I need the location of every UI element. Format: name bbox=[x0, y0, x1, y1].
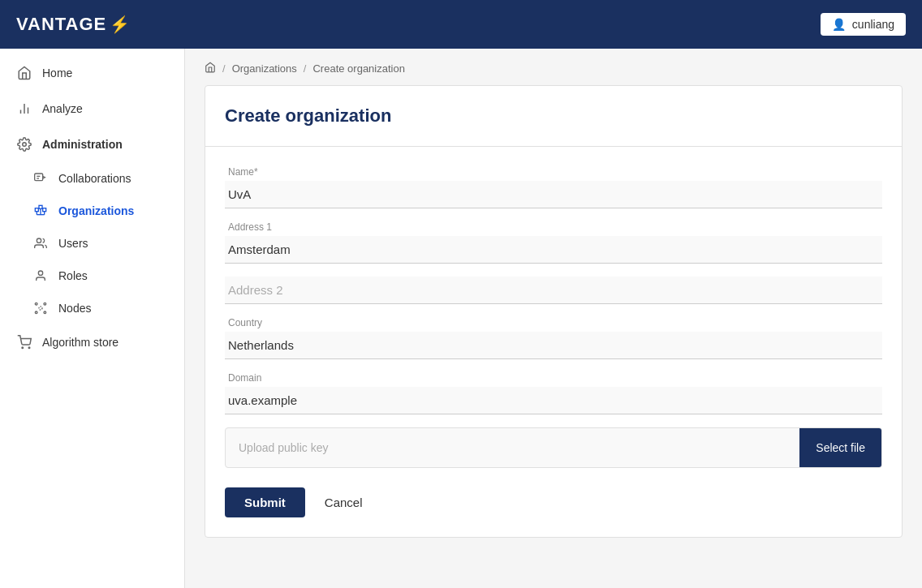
sidebar-item-label: Users bbox=[58, 237, 88, 250]
country-field: Country bbox=[225, 317, 882, 359]
content-area: / Organizations / Create organization Cr… bbox=[185, 49, 922, 588]
svg-point-15 bbox=[35, 303, 37, 305]
user-menu[interactable]: 👤 cunliang bbox=[821, 13, 906, 36]
select-file-button[interactable]: Select file bbox=[799, 428, 881, 467]
svg-point-20 bbox=[28, 347, 30, 349]
navbar: VANTAGE ⚡ 👤 cunliang bbox=[0, 0, 922, 49]
algorithm-store-icon bbox=[16, 334, 32, 350]
breadcrumb: / Organizations / Create organization bbox=[185, 49, 922, 85]
svg-rect-7 bbox=[43, 208, 46, 212]
organizations-icon bbox=[32, 203, 49, 219]
breadcrumb-home-icon[interactable] bbox=[205, 62, 216, 75]
breadcrumb-organizations-link[interactable]: Organizations bbox=[232, 62, 297, 75]
address1-field: Address 1 bbox=[225, 221, 882, 264]
roles-icon bbox=[32, 268, 49, 284]
users-icon bbox=[32, 235, 49, 251]
form-actions: Submit Cancel bbox=[225, 487, 882, 517]
domain-label: Domain bbox=[225, 372, 882, 384]
breadcrumb-current: Create organization bbox=[312, 62, 404, 75]
sidebar: Home Analyze Administration Collaboratio… bbox=[0, 49, 185, 588]
create-organization-form: Create organization Name* Address 1 Coun… bbox=[205, 85, 903, 538]
upload-placeholder: Upload public key bbox=[226, 428, 799, 467]
user-icon: 👤 bbox=[832, 18, 846, 31]
cancel-button[interactable]: Cancel bbox=[318, 487, 369, 517]
sidebar-item-label: Algorithm store bbox=[42, 336, 118, 349]
svg-rect-5 bbox=[35, 208, 38, 212]
sidebar-item-collaborations[interactable]: Collaborations bbox=[0, 162, 184, 195]
sidebar-item-organizations[interactable]: Organizations bbox=[0, 195, 184, 227]
svg-point-17 bbox=[35, 311, 37, 314]
address2-input[interactable] bbox=[225, 277, 882, 304]
username: cunliang bbox=[852, 18, 894, 31]
sidebar-item-roles[interactable]: Roles bbox=[0, 260, 184, 292]
collaborations-icon bbox=[32, 170, 49, 187]
sidebar-item-label: Collaborations bbox=[58, 172, 131, 185]
breadcrumb-sep-2: / bbox=[304, 62, 307, 75]
sidebar-item-analyze[interactable]: Analyze bbox=[0, 91, 184, 127]
svg-point-13 bbox=[38, 271, 42, 275]
domain-field: Domain bbox=[225, 372, 882, 414]
country-label: Country bbox=[225, 317, 882, 328]
logo-icon: ⚡ bbox=[110, 15, 130, 34]
logo-text: VANTAGE bbox=[16, 14, 106, 35]
nodes-icon bbox=[32, 300, 49, 316]
main-layout: Home Analyze Administration Collaboratio… bbox=[0, 49, 922, 588]
svg-point-19 bbox=[22, 347, 24, 349]
svg-point-16 bbox=[44, 303, 46, 305]
svg-point-18 bbox=[44, 311, 46, 314]
name-label: Name* bbox=[225, 166, 882, 178]
svg-rect-6 bbox=[39, 205, 42, 208]
country-input[interactable] bbox=[225, 332, 882, 359]
form-divider bbox=[205, 146, 902, 147]
address2-field bbox=[225, 277, 882, 304]
form-title: Create organization bbox=[225, 105, 882, 127]
address1-input[interactable] bbox=[225, 236, 882, 264]
sidebar-item-label: Analyze bbox=[42, 102, 83, 115]
administration-icon bbox=[16, 136, 32, 152]
svg-rect-4 bbox=[35, 174, 43, 181]
sidebar-item-label: Administration bbox=[42, 138, 123, 151]
upload-area: Upload public key Select file bbox=[225, 427, 882, 468]
address1-label: Address 1 bbox=[225, 221, 882, 233]
svg-point-12 bbox=[37, 238, 41, 242]
sidebar-item-users[interactable]: Users bbox=[0, 227, 184, 260]
sidebar-item-label: Nodes bbox=[58, 302, 91, 315]
sidebar-item-label: Roles bbox=[58, 269, 88, 282]
domain-input[interactable] bbox=[225, 387, 882, 414]
home-icon bbox=[16, 65, 32, 81]
svg-point-14 bbox=[39, 307, 42, 310]
sidebar-item-administration[interactable]: Administration bbox=[0, 127, 184, 162]
name-field: Name* bbox=[225, 166, 882, 208]
sidebar-item-home[interactable]: Home bbox=[0, 55, 184, 91]
svg-point-3 bbox=[23, 143, 27, 147]
analyze-icon bbox=[16, 101, 32, 117]
submit-button[interactable]: Submit bbox=[225, 487, 305, 517]
logo: VANTAGE ⚡ bbox=[16, 14, 130, 35]
sidebar-item-nodes[interactable]: Nodes bbox=[0, 292, 184, 324]
sidebar-item-label: Organizations bbox=[58, 204, 134, 217]
breadcrumb-sep-1: / bbox=[222, 62, 226, 75]
sidebar-item-label: Home bbox=[42, 67, 72, 79]
sidebar-item-algorithm-store[interactable]: Algorithm store bbox=[0, 324, 184, 360]
name-input[interactable] bbox=[225, 181, 882, 208]
